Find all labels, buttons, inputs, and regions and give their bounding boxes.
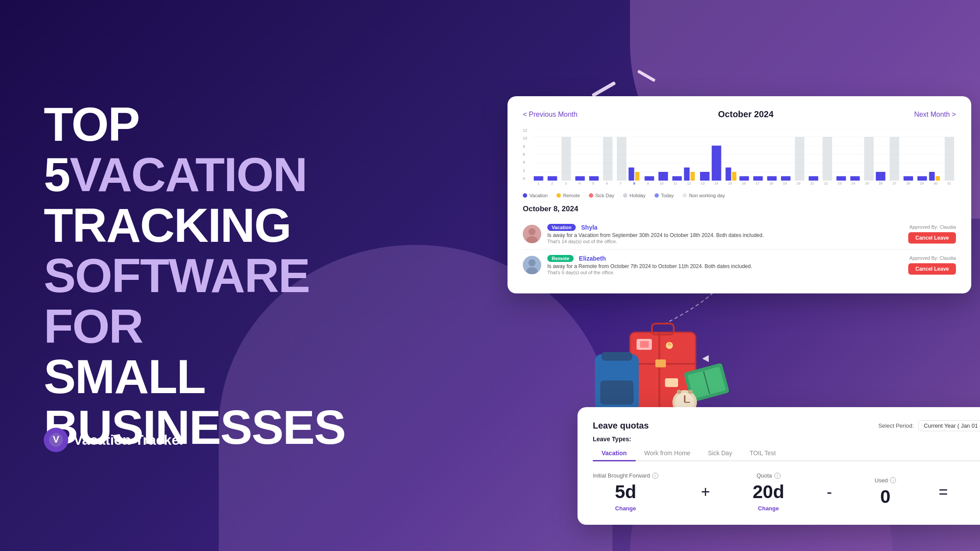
leave-entry-elizabeth-left: Remote Elizabeth Is away for a Remote fr… (523, 255, 752, 275)
avatar-shyla (523, 225, 541, 243)
quota-value-quota: 20d (752, 481, 784, 502)
x-label-10: 10 (655, 181, 668, 185)
approved-by-elizabeth: Approved By: Claudia (910, 255, 956, 261)
x-label-15: 15 (723, 181, 737, 185)
svg-rect-74 (929, 172, 935, 181)
tab-sick-day[interactable]: Sick Day (699, 446, 741, 461)
x-label-17: 17 (751, 181, 764, 185)
leave-info-elizabeth: Remote Elizabeth Is away for a Remote fr… (547, 255, 752, 275)
x-label-18: 18 (764, 181, 778, 185)
leave-entry-shyla-right: Approved By: Claudia Cancel Leave (908, 224, 956, 244)
leave-entry-shyla: Vacation Shyla Is away for a Vacation fr… (523, 219, 956, 250)
info-icon-used[interactable]: i (890, 477, 896, 483)
y-label-12: 12 (523, 128, 531, 133)
cancel-leave-shyla-button[interactable]: Cancel Leave (908, 232, 956, 244)
svg-rect-63 (781, 176, 791, 181)
svg-rect-67 (836, 176, 846, 181)
svg-rect-44 (561, 137, 571, 181)
svg-rect-11 (658, 332, 660, 411)
svg-rect-46 (589, 176, 599, 181)
quota-operator-minus: - (827, 483, 832, 501)
employee-name-shyla: Shyla (581, 224, 597, 231)
quota-label-quota: Quota (756, 472, 772, 479)
x-label-14: 14 (710, 181, 723, 185)
svg-marker-31 (702, 355, 709, 362)
x-label-4: 4 (573, 181, 586, 185)
legend-sick-day: Sick Day (589, 193, 614, 198)
svg-rect-70 (876, 172, 886, 181)
x-label-21: 21 (805, 181, 819, 185)
legend-holiday: Holiday (623, 193, 646, 198)
tab-vacation[interactable]: Vacation (593, 446, 636, 461)
svg-rect-59 (732, 172, 736, 181)
x-label-26: 26 (874, 181, 887, 185)
svg-point-29 (677, 390, 681, 394)
svg-rect-55 (690, 172, 695, 181)
svg-rect-61 (753, 176, 763, 181)
headline-small: SMALL (44, 349, 205, 403)
right-section: < Previous Month October 2024 Next Month… (341, 0, 980, 551)
next-month-button[interactable]: Next Month > (914, 111, 956, 119)
avatar-elizabeth (523, 256, 541, 274)
leave-entry-elizabeth: Remote Elizabeth Is away for a Remote fr… (523, 250, 956, 280)
legend-label-holiday: Holiday (630, 193, 646, 198)
leave-entry-shyla-left: Vacation Shyla Is away for a Vacation fr… (523, 224, 764, 244)
info-icon-initial[interactable]: i (652, 473, 658, 479)
y-label-10: 10 (523, 136, 531, 140)
svg-rect-65 (808, 176, 818, 181)
quotas-card: Leave quotas Select Period: Current Year… (578, 407, 980, 525)
quota-col-header-quota: Quota i (756, 472, 780, 479)
svg-point-81 (528, 259, 536, 266)
tab-work-from-home[interactable]: Work from Home (636, 446, 700, 461)
quota-col-header-initial: Initial Brought Forward i (593, 472, 658, 479)
x-label-7: 7 (614, 181, 627, 185)
headline-vacation: VACATION (70, 147, 307, 201)
cancel-leave-elizabeth-button[interactable]: Cancel Leave (908, 263, 956, 275)
logo-area: V Vacation Tracker (44, 428, 185, 452)
svg-rect-71 (890, 137, 900, 181)
tab-toil-test[interactable]: TOIL Test (741, 446, 784, 461)
svg-rect-48 (617, 137, 626, 181)
svg-rect-51 (644, 176, 654, 181)
legend-label-vacation: Vacation (529, 193, 548, 198)
svg-rect-76 (945, 137, 954, 181)
x-label-5: 5 (586, 181, 600, 185)
change-link-initial[interactable]: Change (615, 505, 636, 512)
svg-rect-62 (767, 176, 777, 181)
leave-type-tabs: Vacation Work from Home Sick Day TOIL Te… (593, 446, 980, 461)
quotas-title: Leave quotas (593, 421, 649, 431)
svg-rect-50 (635, 172, 640, 181)
x-label-28: 28 (901, 181, 915, 185)
chart-legend: Vacation Remote Sick Day Holiday Today (523, 193, 956, 198)
period-value[interactable]: Current Year ( Jan 01 - Dec 31, 2024 ) (918, 420, 980, 431)
svg-rect-53 (672, 176, 682, 181)
svg-rect-75 (935, 176, 940, 181)
leave-info-shyla: Vacation Shyla Is away for a Vacation fr… (547, 224, 764, 244)
svg-rect-49 (629, 167, 634, 181)
x-label-13: 13 (696, 181, 710, 185)
calendar-month-title: October 2024 (718, 109, 774, 119)
prev-month-button[interactable]: < Previous Month (523, 111, 578, 119)
svg-rect-52 (658, 172, 668, 181)
quota-col-used: Used i 0 (875, 477, 896, 507)
x-label-16: 16 (737, 181, 750, 185)
x-axis-labels: 1 2 3 4 5 6 7 8 9 10 11 12 13 14 15 16 1 (532, 181, 956, 185)
page-container: TOP 5VACATION TRACKING SOFTWARE FOR SMAL… (0, 0, 980, 551)
legend-today: Today (654, 193, 674, 198)
svg-rect-19 (600, 380, 634, 405)
legend-dot-today (654, 193, 659, 198)
calendar-date-heading: October 8, 2024 (523, 205, 956, 213)
info-icon-quota[interactable]: i (774, 473, 780, 479)
x-label-11: 11 (668, 181, 682, 185)
headline: TOP 5VACATION TRACKING SOFTWARE FOR SMAL… (44, 99, 306, 453)
x-label-22: 22 (819, 181, 833, 185)
legend-dot-sick (589, 193, 593, 198)
x-label-8: 8 (627, 181, 641, 185)
period-selector: Select Period: Current Year ( Jan 01 - D… (878, 420, 980, 431)
legend-vacation: Vacation (523, 193, 548, 198)
change-link-quota[interactable]: Change (758, 505, 779, 512)
y-label-2: 2 (523, 168, 531, 173)
headline-tracking: TRACKING (44, 198, 291, 252)
quota-col-header-used: Used i (875, 477, 896, 484)
logo-text: Vacation Tracker (74, 432, 185, 448)
